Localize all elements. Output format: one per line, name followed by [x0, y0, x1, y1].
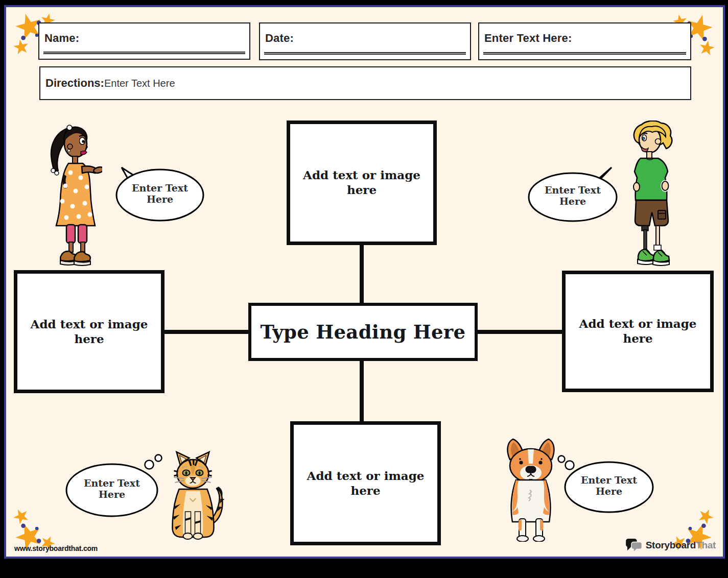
- boy-speech-text[interactable]: Enter Text Here: [534, 185, 611, 207]
- node-right[interactable]: Add text or image here: [562, 271, 714, 392]
- connector-left: [162, 330, 251, 334]
- extra-text-field[interactable]: Enter Text Here:: [478, 22, 691, 60]
- logo-text-storyboard: Storyboard: [646, 540, 696, 550]
- date-field[interactable]: Date:: [259, 22, 471, 60]
- node-bottom-label: Add text or image here: [294, 469, 437, 498]
- cat-thought-text[interactable]: Enter Text Here: [74, 478, 150, 500]
- girl-character-illustration: [41, 124, 102, 267]
- node-bottom[interactable]: Add text or image here: [290, 421, 441, 545]
- watermark-url: www.storyboardthat.com: [14, 544, 98, 552]
- directions-label: Directions:: [45, 77, 104, 90]
- name-underline: [43, 52, 245, 54]
- center-heading-label: Type Heading Here: [261, 321, 466, 343]
- name-label: Name:: [44, 32, 79, 45]
- extra-text-underline: [483, 52, 686, 55]
- node-top[interactable]: Add text or image here: [287, 121, 437, 245]
- node-left[interactable]: Add text or image here: [14, 270, 165, 393]
- date-underline: [264, 52, 466, 55]
- storyboardthat-logo: StoryboardThat: [625, 538, 716, 552]
- connector-top: [360, 244, 364, 306]
- node-top-label: Add text or image here: [290, 168, 433, 198]
- extra-text-label: Enter Text Here:: [484, 32, 572, 45]
- date-label: Date:: [265, 32, 294, 45]
- worksheet-stage: Name: Date: Enter Text Here: Directions:…: [0, 0, 728, 578]
- node-left-label: Add text or image here: [17, 317, 161, 347]
- logo-text-that: That: [696, 540, 716, 550]
- connector-right: [475, 330, 565, 334]
- worksheet-page: Name: Date: Enter Text Here: Directions:…: [4, 5, 725, 559]
- boy-character-illustration: [624, 121, 677, 268]
- dog-thought-text[interactable]: Enter Text Here: [571, 475, 647, 497]
- directions-field[interactable]: Directions: Enter Text Here: [39, 66, 691, 100]
- name-field[interactable]: Name:: [38, 22, 250, 60]
- center-heading-box[interactable]: Type Heading Here: [248, 303, 478, 361]
- girl-speech-text[interactable]: Enter Text Here: [122, 183, 198, 205]
- cat-character-illustration: [158, 450, 228, 541]
- node-right-label: Add text or image here: [566, 317, 710, 346]
- dog-character-illustration: [500, 437, 562, 542]
- connector-bottom: [360, 359, 364, 423]
- directions-value: Enter Text Here: [104, 78, 175, 89]
- speech-bubbles-logo-icon: [625, 538, 643, 552]
